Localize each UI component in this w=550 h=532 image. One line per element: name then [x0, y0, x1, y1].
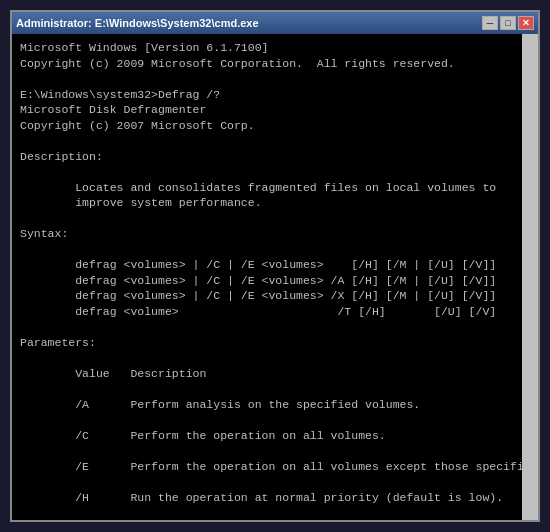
console-line: Locates and consolidates fragmented file…	[20, 180, 514, 196]
console-line	[20, 242, 514, 258]
console-container: Microsoft Windows [Version 6.1.7100]Copy…	[12, 34, 538, 520]
console-line	[20, 474, 514, 490]
console-line	[20, 381, 514, 397]
console-line: Value Description	[20, 366, 514, 382]
console-line: defrag <volumes> | /C | /E <volumes> /A …	[20, 273, 514, 289]
maximize-button[interactable]: □	[500, 16, 516, 30]
console-line	[20, 133, 514, 149]
console-line: Microsoft Windows [Version 6.1.7100]	[20, 40, 514, 56]
minimize-button[interactable]: ─	[482, 16, 498, 30]
title-bar: Administrator: E:\Windows\System32\cmd.e…	[12, 12, 538, 34]
console-line: defrag <volumes> | /C | /E <volumes> /X …	[20, 288, 514, 304]
console-line: defrag <volume> /T [/H] [/U] [/V]	[20, 304, 514, 320]
console-line: defrag <volumes> | /C | /E <volumes> [/H…	[20, 257, 514, 273]
console-line: E:\Windows\system32>Defrag /?	[20, 87, 514, 103]
console-line: Syntax:	[20, 226, 514, 242]
console-line: Copyright (c) 2007 Microsoft Corp.	[20, 118, 514, 134]
console-line: /C Perform the operation on all volumes.	[20, 428, 514, 444]
console-line	[20, 350, 514, 366]
console-line: Copyright (c) 2009 Microsoft Corporation…	[20, 56, 514, 72]
console-line	[20, 505, 514, 520]
console-output: Microsoft Windows [Version 6.1.7100]Copy…	[12, 34, 522, 520]
console-line: Parameters:	[20, 335, 514, 351]
console-text-block: Microsoft Windows [Version 6.1.7100]Copy…	[20, 40, 514, 520]
console-line	[20, 211, 514, 227]
close-button[interactable]: ✕	[518, 16, 534, 30]
cmd-window: Administrator: E:\Windows\System32\cmd.e…	[10, 10, 540, 522]
window-controls: ─ □ ✕	[482, 16, 534, 30]
console-line: Description:	[20, 149, 514, 165]
console-line	[20, 71, 514, 87]
console-line: /E Perform the operation on all volumes …	[20, 459, 514, 475]
console-line	[20, 443, 514, 459]
console-line: improve system performance.	[20, 195, 514, 211]
console-line: /A Perform analysis on the specified vol…	[20, 397, 514, 413]
console-line: /H Run the operation at normal priority …	[20, 490, 514, 506]
window-title: Administrator: E:\Windows\System32\cmd.e…	[16, 17, 259, 29]
scrollbar[interactable]	[522, 34, 538, 520]
console-line	[20, 319, 514, 335]
console-line: Microsoft Disk Defragmenter	[20, 102, 514, 118]
console-line	[20, 412, 514, 428]
console-line	[20, 164, 514, 180]
